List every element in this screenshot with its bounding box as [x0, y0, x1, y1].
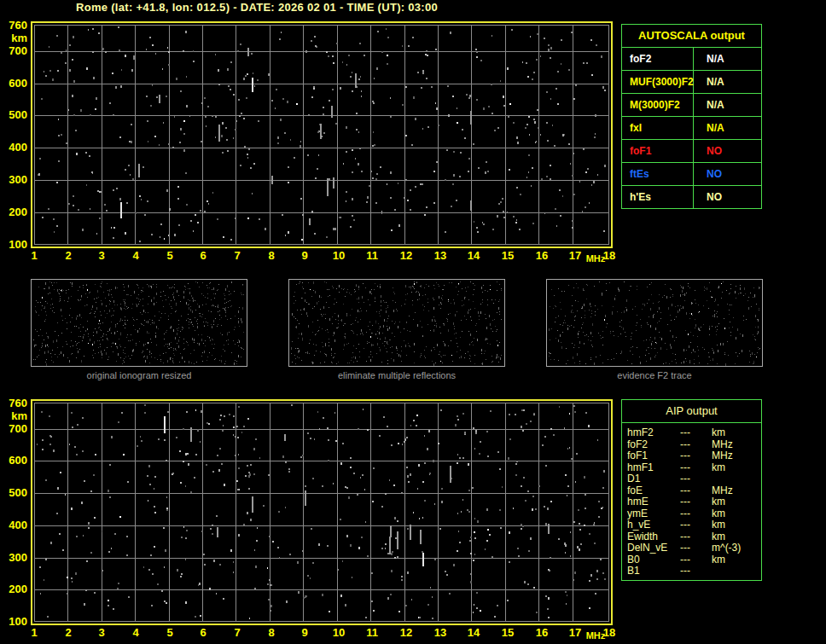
aip-row-hmf1: hmF1---km — [627, 462, 761, 474]
y-tick-label: 760 — [0, 20, 27, 32]
autoscala-param-value: NO — [694, 186, 761, 208]
x-tick-label: 9 — [292, 250, 317, 262]
autoscala-param-value: N/A — [694, 71, 761, 93]
autoscala-param-label: fxI — [622, 117, 694, 139]
aip-row-d1: D1--- — [627, 473, 761, 485]
x-tick-label: 2 — [55, 627, 81, 639]
y-tick-label: 100 — [0, 239, 27, 251]
autoscala-param-label: foF2 — [622, 48, 694, 70]
x-tick-label: 16 — [529, 250, 555, 262]
aip-output-table: AIP output hmF2---kmfoF2---MHzfoF1---MHz… — [621, 399, 762, 581]
autoscala-row-fxi: fxIN/A — [622, 117, 761, 140]
ionogram-canvas-bottom — [32, 401, 611, 624]
aip-row-delnve: DelN_vE---m^(-3) — [627, 542, 761, 554]
autoscala-param-value: NO — [694, 163, 761, 185]
y-tick-label: 400 — [0, 519, 27, 531]
station-date-time-title: Rome (lat: +41.8, lon: 012.5) - DATE: 20… — [76, 1, 438, 14]
autoscala-param-label: foF1 — [622, 140, 694, 162]
autoscala-row-ftes: ftEsNO — [622, 163, 761, 186]
aip-param-label: B1 — [627, 566, 680, 577]
autoscala-param-label: M(3000)F2 — [622, 94, 694, 116]
autoscala-row-muf3000f2: MUF(3000)F2N/A — [622, 71, 761, 94]
aip-param-unit: MHz — [712, 450, 733, 462]
aip-row-b1: B1--- — [627, 566, 761, 577]
x-tick-label: 7 — [224, 250, 250, 262]
aip-param-unit: km — [712, 427, 725, 439]
autoscala-row-fof2: foF2N/A — [622, 48, 761, 71]
aip-table-rows: hmF2---kmfoF2---MHzfoF1---MHzhmF1---kmD1… — [622, 423, 761, 577]
aip-row-ewidth: Ewidth---km — [627, 531, 761, 543]
x-tick-label: 8 — [259, 627, 284, 639]
aip-param-value: --- — [680, 519, 712, 531]
thumbnail-eliminate-reflections — [288, 279, 505, 367]
aip-param-value: --- — [680, 531, 712, 543]
ionogram-canvas-top — [32, 23, 611, 247]
thumbnail-evidence-f2 — [546, 279, 763, 367]
x-axis-unit-label: MHz — [581, 253, 610, 264]
ionogram-plot-top — [31, 21, 613, 248]
x-axis-unit-label: MHz — [581, 630, 610, 641]
x-tick-label: 16 — [529, 627, 555, 639]
aip-param-label: hmE — [627, 496, 680, 508]
aip-row-hmf2: hmF2---km — [627, 427, 761, 439]
ionogram-plot-bottom — [31, 399, 613, 625]
autoscala-param-value: N/A — [694, 94, 761, 116]
aip-param-unit: km — [712, 462, 725, 474]
thumbnail-canvas-original — [32, 280, 247, 366]
aip-row-hme: hmE---km — [627, 496, 761, 508]
y-axis-unit-label: km — [0, 410, 27, 422]
autoscala-row-fof1: foF1NO — [622, 140, 761, 163]
x-tick-label: 15 — [495, 627, 521, 639]
aip-row-yme: ymE---km — [627, 508, 761, 520]
x-tick-label: 15 — [495, 250, 521, 262]
aip-param-value: --- — [680, 508, 712, 520]
autoscala-param-value: N/A — [694, 48, 761, 70]
x-tick-label: 1 — [21, 250, 47, 262]
x-tick-label: 3 — [89, 627, 114, 639]
aip-param-unit: MHz — [712, 439, 733, 451]
aip-param-value: --- — [680, 427, 712, 439]
y-tick-label: 700 — [0, 45, 27, 57]
y-tick-label: 400 — [0, 142, 27, 154]
aip-param-unit: m^(-3) — [712, 542, 741, 554]
y-tick-label: 760 — [0, 397, 27, 409]
y-tick-label: 300 — [0, 174, 27, 186]
aip-param-label: ymE — [627, 508, 680, 520]
x-tick-label: 6 — [190, 250, 216, 262]
aip-param-value: --- — [680, 439, 712, 451]
x-tick-label: 14 — [461, 627, 486, 639]
x-tick-label: 13 — [428, 627, 453, 639]
aip-row-fof2: foF2---MHz — [627, 439, 761, 451]
x-tick-label: 11 — [359, 627, 385, 639]
x-tick-label: 2 — [55, 250, 81, 262]
autoscala-row-hes: h'EsNO — [622, 186, 761, 208]
x-tick-label: 5 — [157, 250, 183, 262]
x-tick-label: 12 — [393, 627, 419, 639]
x-tick-label: 10 — [326, 627, 352, 639]
aip-param-label: Ewidth — [627, 531, 680, 543]
x-tick-label: 14 — [461, 250, 486, 262]
autoscala-row-m3000f2: M(3000)F2N/A — [622, 94, 761, 117]
x-tick-label: 3 — [89, 250, 114, 262]
aip-param-label: DelN_vE — [627, 542, 680, 554]
y-tick-label: 200 — [0, 583, 27, 595]
x-tick-label: 9 — [292, 627, 317, 639]
aip-row-fof1: foF1---MHz — [627, 450, 761, 462]
thumbnail-caption-reflections: eliminate multiple reflections — [288, 370, 505, 381]
aip-param-label: hmF1 — [627, 462, 680, 474]
aip-param-value: --- — [680, 566, 712, 577]
thumbnail-caption-original: original ionogram resized — [31, 370, 247, 381]
autoscala-param-label: MUF(3000)F2 — [622, 71, 694, 93]
x-tick-label: 12 — [393, 250, 419, 262]
autoscala-table-rows: foF2N/AMUF(3000)F2N/AM(3000)F2N/AfxIN/Af… — [622, 48, 761, 208]
y-tick-label: 300 — [0, 552, 27, 564]
aip-param-value: --- — [680, 473, 712, 485]
x-tick-label: 5 — [157, 627, 183, 639]
aip-param-unit: km — [712, 519, 725, 531]
aip-row-hve: h_vE---km — [627, 519, 761, 531]
x-tick-label: 1 — [21, 627, 47, 639]
x-tick-label: 4 — [123, 250, 148, 262]
aip-param-unit: km — [712, 508, 725, 520]
y-tick-label: 700 — [0, 423, 27, 435]
autoscala-table-header: AUTOSCALA output — [622, 25, 761, 48]
